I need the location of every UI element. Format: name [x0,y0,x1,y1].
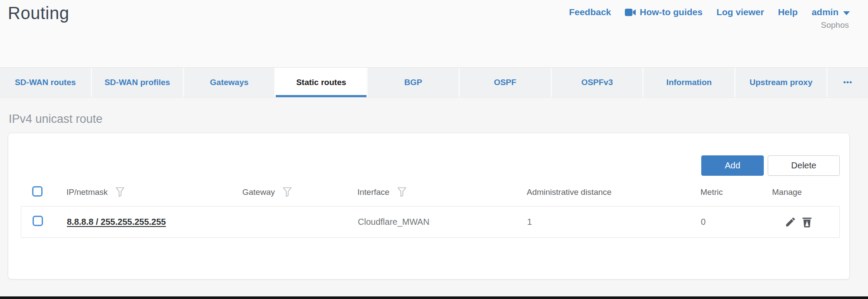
top-nav: Feedback How-to guides Log viewer Help a… [569,0,868,67]
tab-label: Static routes [296,78,346,87]
tab-ospf[interactable]: OSPF [459,68,551,97]
column-header-gateway: Gateway [242,186,357,199]
tab-static-routes[interactable]: Static routes [274,68,366,97]
howto-guides-link[interactable]: How-to guides [625,7,703,17]
chevron-down-icon [843,7,850,17]
pencil-icon[interactable] [785,216,796,228]
column-label: Gateway [242,187,275,197]
tab-sd-wan-profiles[interactable]: SD-WAN profiles [91,68,183,97]
route-administrative-distance-value: 1 [527,217,701,227]
tab-label: SD-WAN routes [15,78,76,87]
howto-guides-label: How-to guides [640,7,703,17]
page-header: Routing Feedback How-to guides Log viewe… [0,0,868,67]
brand-label: Sophos [569,20,850,30]
tab-label: Gateways [210,78,249,87]
tab-label: BGP [404,78,422,87]
more-tabs-ellipsis-icon: ••• [843,78,852,87]
column-label: Interface [357,187,389,197]
tab-information[interactable]: Information [642,68,734,97]
route-manage-cell [772,216,839,228]
tab-gateways[interactable]: Gateways [183,68,275,97]
video-camera-icon [625,9,636,16]
table-row: 8.8.8.8 / 255.255.255.255 Cloudflare_MWA… [21,206,840,238]
tab-label: SD-WAN profiles [105,78,170,87]
trash-icon[interactable] [802,216,812,228]
feedback-link[interactable]: Feedback [569,7,611,17]
column-header-interface: Interface [357,186,527,199]
tab-label: Information [667,78,712,87]
route-metric-value: 0 [701,217,772,227]
admin-user-label: admin [812,7,838,17]
row-checkbox[interactable] [33,216,43,226]
static-routes-panel: Add Delete IP/netmask Gateway [8,133,850,279]
column-header-metric: Metric [700,187,772,197]
page-title: Routing [8,3,69,67]
tab-label: OSPFv3 [581,78,613,87]
tab-label: Upstream proxy [749,78,812,87]
tab-sd-wan-routes[interactable]: SD-WAN routes [0,68,91,97]
filter-funnel-icon[interactable] [116,187,125,199]
routing-page: Routing Feedback How-to guides Log viewe… [0,0,868,299]
select-all-checkbox[interactable] [32,186,43,197]
route-interface-value: Cloudflare_MWAN [358,217,527,227]
tab-more-menu[interactable]: ••• [826,68,868,97]
route-ip-netmask-link[interactable]: 8.8.8.8 / 255.255.255.255 [67,217,166,227]
table-header-row: IP/netmask Gateway Interface [21,183,840,202]
column-label: IP/netmask [66,187,108,197]
screen-bottom-edge [0,296,868,299]
content-area: IPv4 unicast route Add Delete IP/netmask… [0,98,868,279]
log-viewer-link[interactable]: Log viewer [716,7,764,17]
filter-funnel-icon[interactable] [397,187,406,199]
column-header-administrative-distance: Administrative distance [527,187,700,197]
admin-user-menu[interactable]: admin [812,7,850,17]
tab-upstream-proxy[interactable]: Upstream proxy [734,68,826,97]
tab-ospfv3[interactable]: OSPFv3 [551,68,643,97]
tab-bgp[interactable]: BGP [366,68,459,97]
column-header-ip-netmask: IP/netmask [66,186,242,199]
tab-bar: SD-WAN routes SD-WAN profiles Gateways S… [0,67,868,98]
delete-button[interactable]: Delete [768,155,840,176]
filter-funnel-icon[interactable] [283,187,292,199]
table-toolbar: Add Delete [8,133,849,176]
column-header-manage: Manage [772,187,840,197]
section-heading: IPv4 unicast route [9,112,850,126]
help-link[interactable]: Help [778,7,798,17]
tab-label: OSPF [494,78,516,87]
add-button[interactable]: Add [701,155,764,176]
